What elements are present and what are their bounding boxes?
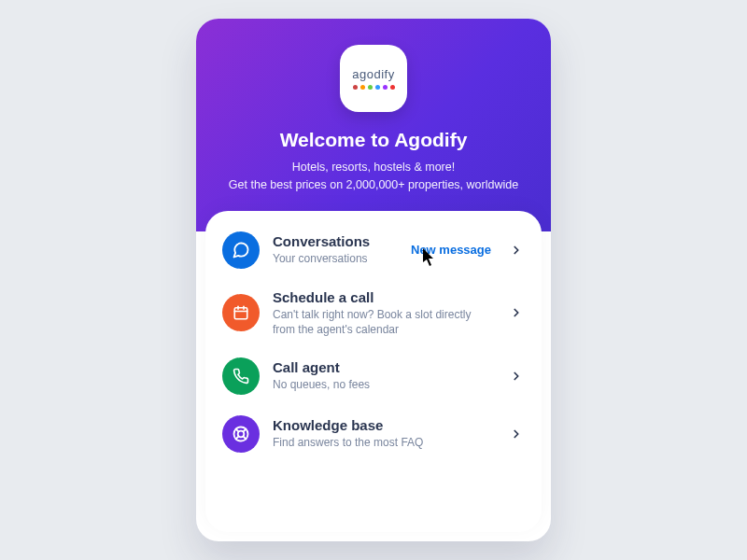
option-title: Call agent bbox=[273, 359, 495, 375]
welcome-card: agodify Welcome to Agodify Hotels, resor… bbox=[196, 19, 551, 541]
svg-line-7 bbox=[244, 428, 247, 431]
welcome-title: Welcome to Agodify bbox=[218, 129, 529, 151]
option-title: Knowledge base bbox=[273, 417, 495, 433]
options-panel: Conversations Your conversations New mes… bbox=[205, 211, 542, 533]
subtitle-line-1: Hotels, resorts, hostels & more! bbox=[292, 161, 455, 174]
option-body: Schedule a call Can't talk right now? Bo… bbox=[273, 289, 495, 337]
option-conversations[interactable]: Conversations Your conversations New mes… bbox=[222, 231, 525, 269]
option-subtitle: Find answers to the most FAQ bbox=[273, 435, 495, 450]
option-schedule-call[interactable]: Schedule a call Can't talk right now? Bo… bbox=[222, 289, 525, 337]
svg-line-8 bbox=[244, 436, 247, 439]
chat-icon bbox=[222, 231, 260, 269]
option-body: Conversations Your conversations bbox=[273, 233, 398, 266]
app-logo-tile: agodify bbox=[340, 45, 407, 112]
chevron-right-icon bbox=[508, 242, 525, 259]
option-subtitle: Your conversations bbox=[273, 251, 398, 266]
lifebuoy-icon bbox=[222, 415, 260, 453]
chevron-right-icon bbox=[508, 368, 525, 385]
option-body: Call agent No queues, no fees bbox=[273, 359, 495, 392]
header: agodify Welcome to Agodify Hotels, resor… bbox=[196, 19, 551, 231]
option-knowledge-base[interactable]: Knowledge base Find answers to the most … bbox=[222, 415, 525, 453]
new-message-link[interactable]: New message bbox=[411, 243, 491, 257]
option-call-agent[interactable]: Call agent No queues, no fees bbox=[222, 357, 525, 395]
svg-line-9 bbox=[236, 436, 239, 439]
svg-line-6 bbox=[236, 428, 239, 431]
option-title: Conversations bbox=[273, 233, 398, 249]
welcome-subtitle: Hotels, resorts, hostels & more! Get the… bbox=[218, 159, 529, 194]
logo-dots bbox=[353, 85, 395, 90]
subtitle-line-2: Get the best prices on 2,000,000+ proper… bbox=[229, 178, 518, 191]
option-subtitle: No queues, no fees bbox=[273, 377, 495, 392]
svg-rect-0 bbox=[234, 308, 247, 319]
phone-icon bbox=[222, 357, 260, 395]
option-title: Schedule a call bbox=[273, 289, 495, 305]
option-subtitle: Can't talk right now? Book a slot direct… bbox=[273, 307, 495, 337]
chevron-right-icon bbox=[508, 304, 525, 321]
chevron-right-icon bbox=[508, 426, 525, 442]
calendar-icon bbox=[222, 294, 260, 331]
logo-wordmark: agodify bbox=[352, 67, 394, 81]
option-body: Knowledge base Find answers to the most … bbox=[273, 417, 495, 450]
